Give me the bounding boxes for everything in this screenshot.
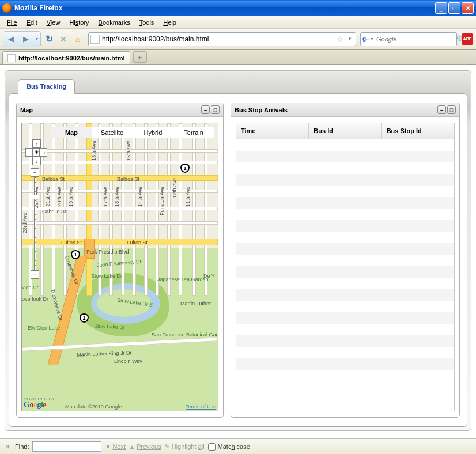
terms-link[interactable]: Terms of Use <box>186 404 216 410</box>
table-row <box>236 209 454 220</box>
search-bar[interactable]: g▪▪ ▼ 🔍 <box>360 32 457 46</box>
menu-tools[interactable]: Tools <box>135 18 159 27</box>
maximize-panel-button[interactable]: □ <box>447 105 456 114</box>
col-bus-stop-id[interactable]: Bus Stop Id <box>382 123 454 139</box>
street-label: 15th Ave <box>126 141 131 161</box>
pan-down-button[interactable]: ↓ <box>32 157 41 165</box>
reload-button[interactable]: ↻ <box>43 33 55 46</box>
col-time[interactable]: Time <box>236 123 309 139</box>
find-close-button[interactable]: ✕ <box>3 442 12 451</box>
firefox-icon <box>2 3 12 13</box>
app-frame: Bus Tracking Map – □ <box>5 70 471 431</box>
page-icon <box>7 54 16 62</box>
street-label: 19th Ave <box>68 187 74 207</box>
find-next-button[interactable]: ▼Next <box>105 443 126 450</box>
table-row <box>236 232 454 243</box>
adblock-icon[interactable]: ABP <box>462 33 473 45</box>
street-label: 12th Ave <box>172 178 177 198</box>
zoom-out-button[interactable]: − <box>31 270 39 279</box>
collapse-button[interactable]: – <box>437 105 446 114</box>
new-tab-button[interactable]: + <box>133 51 147 63</box>
minimize-button[interactable]: _ <box>435 2 447 14</box>
menu-history[interactable]: History <box>65 18 93 27</box>
arrivals-table-body <box>236 139 454 411</box>
search-engine-dropdown[interactable]: ▼ <box>370 37 374 41</box>
table-row <box>236 347 454 358</box>
street-label: viod Dr <box>22 285 39 290</box>
route-shield: 1 <box>180 164 190 173</box>
table-row <box>236 174 454 186</box>
url-bar[interactable]: ☆ ▼ <box>88 32 356 46</box>
map-type-satellite[interactable]: Satellite <box>92 127 133 138</box>
search-input[interactable] <box>376 36 456 43</box>
table-row <box>236 289 454 301</box>
menu-help[interactable]: Help <box>158 18 181 27</box>
menu-bar: Filedocument.currentScript.previousEleme… <box>0 16 476 29</box>
home-button[interactable]: ⌂ <box>71 33 84 46</box>
table-row <box>236 278 454 289</box>
maximize-panel-button[interactable]: □ <box>211 105 220 114</box>
pan-up-button[interactable]: ↑ <box>32 139 41 148</box>
street-label: Martin Luther <box>180 301 211 307</box>
seop-button[interactable]: ✕ <box>57 33 70 46</box>
arrivals-panel: Bus Stop Arrivals – □ Time Bus Id Bus St… <box>231 103 460 418</box>
google-logo: Google <box>24 400 46 410</box>
find-previous-button[interactable]: ▲Previous <box>129 443 161 450</box>
maximize-button[interactable]: □ <box>448 2 460 14</box>
find-highlight-button[interactable]: ✎Highlight all <box>165 443 205 451</box>
map-type-map[interactable]: Map <box>51 127 92 138</box>
pan-center-button[interactable]: ✶ <box>33 148 40 157</box>
close-button[interactable]: ✕ <box>462 2 474 14</box>
url-input[interactable] <box>102 35 335 43</box>
street-label: 11th Ave <box>185 187 191 207</box>
find-input[interactable] <box>32 441 101 452</box>
window-titlebar: Mozilla Firefox _ □ ✕ <box>0 0 476 16</box>
bookmark-star-icon[interactable]: ☆ <box>337 35 344 44</box>
zoom-in-button[interactable]: + <box>31 168 39 177</box>
poi-label: Japanese Tea Garden <box>157 277 208 282</box>
back-button[interactable]: ◀ <box>3 32 18 47</box>
table-row <box>236 162 454 174</box>
menu-edit[interactable]: Edit <box>22 18 42 27</box>
find-label: Find: <box>15 443 29 450</box>
zoom-thumb[interactable] <box>32 195 39 199</box>
menu-bookmarks[interactable]: Bookmarks <box>94 18 135 27</box>
map-panel-title: Map <box>20 107 200 114</box>
app-body: Map – □ <box>9 93 467 427</box>
menu-view[interactable]: View <box>42 18 65 27</box>
browser-tab-active[interactable]: http://localhost:9002/bus/main.html <box>2 51 130 64</box>
street-label: 23rd Ave <box>22 213 28 233</box>
match-case-checkbox[interactable] <box>208 443 216 451</box>
table-row <box>236 301 454 312</box>
menu-file[interactable]: Filedocument.currentScript.previousEleme… <box>2 18 22 27</box>
zoom-slider[interactable] <box>34 177 36 270</box>
pan-left-button[interactable]: ← <box>25 148 33 157</box>
poi-label: De Y <box>203 273 215 279</box>
table-row <box>236 335 454 347</box>
url-dropdown[interactable]: ▼ <box>347 36 352 41</box>
forward-button[interactable]: ▶ <box>18 32 33 47</box>
map[interactable]: Balboa St Balboa St Cabrillo St Fulton S… <box>21 123 218 411</box>
map-type-terrain[interactable]: Terrain <box>173 127 214 138</box>
arrivals-table-header: Time Bus Id Bus Stop Id <box>236 123 454 139</box>
table-row <box>236 220 454 232</box>
collapse-button[interactable]: – <box>201 105 210 114</box>
table-row <box>236 139 454 151</box>
street-label: Lincoln Way <box>114 358 142 364</box>
history-dropdown[interactable]: ▼ <box>33 32 40 47</box>
map-type-hybrid[interactable]: Hybrid <box>133 127 174 138</box>
app-tabs: Bus Tracking <box>9 74 467 93</box>
table-row <box>236 243 454 255</box>
street-label: Balboa St <box>42 176 65 182</box>
find-match-case[interactable]: Match case <box>208 443 250 451</box>
table-row <box>236 358 454 370</box>
zoom-control: + − <box>31 168 39 279</box>
pan-right-button[interactable]: → <box>40 148 47 157</box>
street-label: overlook Dr <box>22 296 48 302</box>
tab-bus-tracking[interactable]: Bus Tracking <box>18 79 75 94</box>
street-label: Balboa St <box>117 176 139 182</box>
table-row <box>236 151 454 162</box>
street-label: 16th Ave <box>114 187 120 207</box>
col-bus-id[interactable]: Bus Id <box>309 123 381 139</box>
search-engine-icon: g▪▪ <box>362 35 369 44</box>
